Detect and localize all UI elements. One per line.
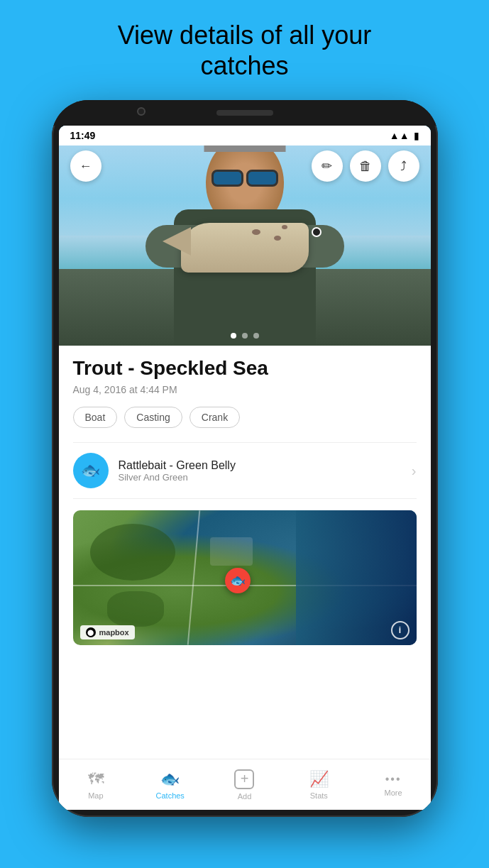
tag-casting: Casting <box>124 407 182 428</box>
more-nav-label: More <box>385 789 402 797</box>
action-bar: ← ✏ 🗑 ⤴ <box>59 145 431 187</box>
map-container[interactable]: 🐟 ⬤ mapbox i <box>73 510 417 645</box>
photo-dot-1 <box>231 333 236 339</box>
mapbox-logo: ⬤ mapbox <box>80 625 135 639</box>
phone-speaker <box>216 110 273 116</box>
photo-dot-2 <box>242 333 248 339</box>
back-button[interactable]: ← <box>70 150 101 182</box>
bottom-nav: 🗺 Map 🐟 Catches + Add 📈 Stats ••• M <box>59 759 431 810</box>
status-icons: ▲▲ ▮ <box>390 130 419 141</box>
photo-dot-3 <box>253 333 259 339</box>
map-pin: 🐟 <box>225 568 251 593</box>
map-nav-label: Map <box>88 791 103 800</box>
nav-item-more[interactable]: ••• More <box>356 773 431 797</box>
status-time: 11:49 <box>70 130 96 141</box>
share-button[interactable]: ⤴ <box>388 150 419 182</box>
map-nav-icon: 🗺 <box>88 770 104 789</box>
fish-species: Trout - Speckled Sea <box>73 357 417 380</box>
phone-top-bar <box>52 100 438 126</box>
action-buttons-right: ✏ 🗑 ⤴ <box>312 150 419 182</box>
edit-icon: ✏ <box>322 158 332 174</box>
phone-mockup: 11:49 ▲▲ ▮ <box>46 97 444 820</box>
back-icon: ← <box>79 159 92 174</box>
mapbox-icon: ⬤ <box>86 627 96 637</box>
photo-dots <box>231 333 259 339</box>
lure-color: Silver And Green <box>119 472 236 483</box>
lure-row[interactable]: 🐟 Rattlebait - Green Belly Silver And Gr… <box>73 442 417 499</box>
stats-nav-icon: 📈 <box>309 770 329 789</box>
phone-camera <box>137 107 145 116</box>
phone-screen: 11:49 ▲▲ ▮ <box>59 126 431 810</box>
lure-left: 🐟 Rattlebait - Green Belly Silver And Gr… <box>73 453 236 488</box>
share-icon: ⤴ <box>400 159 407 174</box>
add-nav-icon: + <box>234 769 254 789</box>
nav-item-map[interactable]: 🗺 Map <box>59 770 133 800</box>
phone-body: 11:49 ▲▲ ▮ <box>52 100 438 817</box>
nav-item-stats[interactable]: 📈 Stats <box>282 770 356 800</box>
battery-icon: ▮ <box>414 130 419 141</box>
more-nav-icon: ••• <box>385 773 402 786</box>
delete-button[interactable]: 🗑 <box>350 150 381 182</box>
map-road-vertical <box>187 511 201 645</box>
stats-nav-label: Stats <box>310 791 328 800</box>
catch-photo: ← ✏ 🗑 ⤴ <box>59 126 431 346</box>
add-nav-label: Add <box>238 792 252 801</box>
edit-button[interactable]: ✏ <box>312 150 343 182</box>
lure-info: Rattlebait - Green Belly Silver And Gree… <box>119 459 236 483</box>
lure-name: Rattlebait - Green Belly <box>119 459 236 472</box>
delete-icon: 🗑 <box>359 159 372 174</box>
chevron-right-icon: › <box>412 463 417 479</box>
tag-crank: Crank <box>189 407 240 428</box>
catches-nav-label: Catches <box>156 791 185 800</box>
nav-item-add[interactable]: + Add <box>207 769 282 801</box>
page-title: View details of all your catches <box>89 0 400 97</box>
catch-date: Aug 4, 2016 at 4:44 PM <box>73 384 417 395</box>
catches-nav-icon: 🐟 <box>160 770 180 789</box>
status-bar: 11:49 ▲▲ ▮ <box>59 126 431 145</box>
nav-item-catches[interactable]: 🐟 Catches <box>133 770 207 800</box>
tags-row: Boat Casting Crank <box>73 407 417 428</box>
tag-boat: Boat <box>73 407 118 428</box>
content-area: Trout - Speckled Sea Aug 4, 2016 at 4:44… <box>59 346 431 759</box>
map-info-button[interactable]: i <box>391 621 410 639</box>
lure-icon: 🐟 <box>73 453 109 488</box>
signal-icon: ▲▲ <box>390 130 410 141</box>
